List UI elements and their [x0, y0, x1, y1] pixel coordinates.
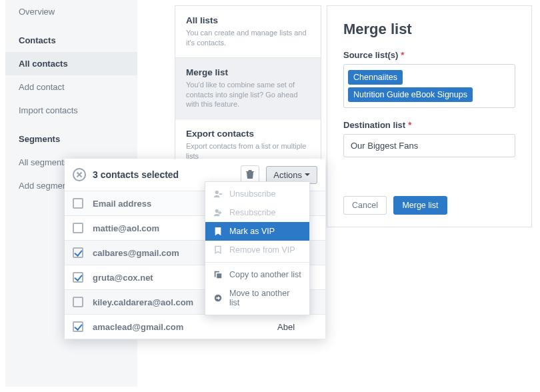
row-email: amaclead@gmail.com	[93, 322, 277, 332]
dropdown-item-label: Remove from VIP	[229, 245, 295, 255]
panel-item-desc: You can create and manage lists and it's…	[186, 28, 310, 48]
trash-icon	[246, 170, 254, 179]
merge-list-button[interactable]: Merge list	[393, 196, 447, 215]
cancel-button[interactable]: Cancel	[343, 196, 387, 215]
destination-list-label: Destination list*	[343, 120, 515, 130]
arrow-right-icon	[213, 293, 223, 303]
dropdown-item-unsubscribe: Unsubscribe	[205, 185, 309, 203]
row-checkbox[interactable]	[73, 321, 83, 332]
dropdown-item-label: Copy to another list	[229, 270, 301, 279]
user-minus-icon	[213, 189, 223, 199]
dropdown-item-label: Unsubscribe	[229, 189, 275, 199]
lists-panel-merge-list[interactable]: Merge list You'd like to combine same se…	[175, 58, 321, 120]
destination-list-input[interactable]	[343, 134, 515, 157]
merge-title: Merge list	[343, 21, 515, 38]
bookmark-o-icon	[213, 245, 223, 255]
panel-item-title: All lists	[186, 15, 310, 25]
sidebar-item-overview[interactable]: Overview	[5, 0, 137, 23]
source-list-label: Source list(s)*	[343, 50, 515, 60]
table-row[interactable]: amaclead@gmail.comAbel	[65, 315, 325, 339]
row-checkbox[interactable]	[73, 223, 83, 233]
actions-dropdown-menu: UnsubscribeResubscribeMark as VIPRemove …	[205, 181, 310, 315]
merge-list-card: Merge list Source list(s)* Chennaiites N…	[327, 5, 532, 227]
dropdown-item-mark-as-vip[interactable]: Mark as VIP	[205, 222, 309, 241]
dropdown-item-label: Move to another list	[229, 289, 301, 307]
user-plus-icon	[213, 208, 223, 217]
dropdown-divider	[205, 262, 309, 263]
chevron-down-icon	[305, 173, 310, 176]
lists-panel: All lists You can create and manage list…	[175, 5, 321, 172]
panel-item-title: Merge list	[186, 67, 310, 77]
dropdown-item-resubscribe: Resubscribe	[205, 203, 309, 222]
sidebar-item-import-contacts[interactable]: Import contacts	[5, 99, 137, 122]
copy-icon	[213, 270, 223, 279]
sidebar-item-add-contact[interactable]: Add contact	[5, 75, 137, 99]
dropdown-item-label: Mark as VIP	[229, 227, 275, 236]
bookmark-icon	[213, 227, 223, 236]
dropdown-item-remove-from-vip: Remove from VIP	[205, 241, 309, 259]
panel-item-title: Export contacts	[186, 129, 310, 139]
select-all-checkbox[interactable]	[73, 198, 83, 209]
row-checkbox[interactable]	[73, 247, 83, 258]
row-checkbox[interactable]	[73, 297, 83, 307]
selection-count: 3 contacts selected	[93, 169, 234, 180]
source-tag[interactable]: Chennaiites	[348, 70, 403, 85]
sidebar-header-contacts: Contacts	[5, 23, 137, 52]
source-tag[interactable]: Nutrition Guide eBook Signups	[348, 87, 473, 102]
sidebar-header-segments: Segments	[5, 122, 137, 151]
close-icon[interactable]	[73, 168, 86, 181]
dropdown-item-copy-to-another-list[interactable]: Copy to another list	[205, 265, 309, 284]
dropdown-item-move-to-another-list[interactable]: Move to another list	[205, 284, 309, 312]
sidebar-item-all-contacts[interactable]: All contacts	[5, 52, 137, 75]
dropdown-item-label: Resubscribe	[229, 208, 275, 217]
lists-panel-all-lists[interactable]: All lists You can create and manage list…	[175, 6, 321, 58]
source-list-input[interactable]: Chennaiites Nutrition Guide eBook Signup…	[343, 64, 515, 108]
row-name: Abel	[277, 322, 317, 332]
row-checkbox[interactable]	[73, 272, 83, 283]
panel-item-desc: You'd like to combine same set of contac…	[186, 80, 310, 110]
